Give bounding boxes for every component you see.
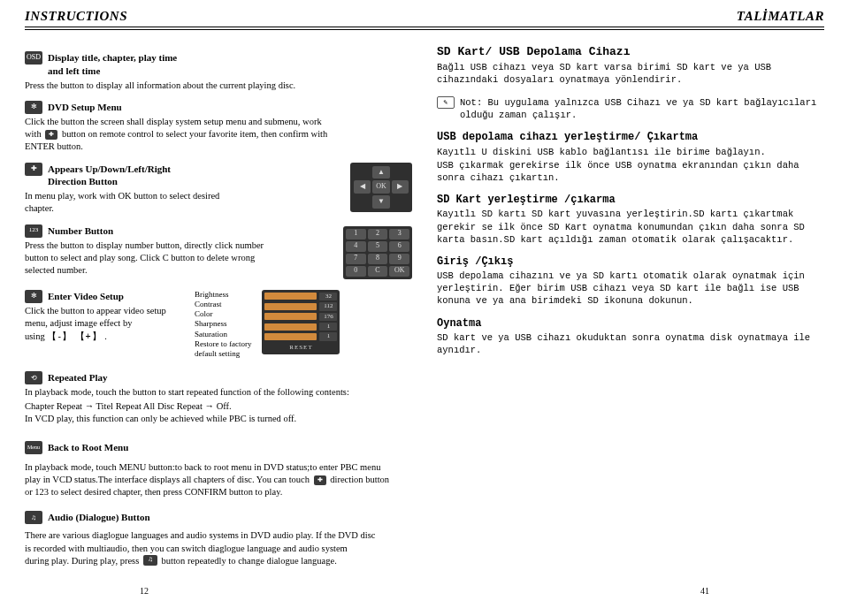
osd-icon: OSD [25,51,42,65]
audio-l1: There are various diaglogue languages an… [25,530,375,540]
num-body: Press the button to display number butto… [25,240,272,278]
arrow-icon: → [205,400,215,411]
numkey: 6 [389,241,409,252]
key-left: ◀ [354,180,371,194]
r-h3: SD Kart yerleştirme /çıkarma [437,193,824,207]
video-setup-icon: ✻ [25,290,42,303]
numkey: C [368,266,388,277]
val-sharpness: 1 [319,323,337,331]
repeat-icon: ⟲ [25,371,42,384]
dir-title-2: Direction Button [48,175,171,188]
r-note: Not: Bu uygulama yalnızca USB Cihazı ve … [460,96,824,121]
setup-title: DVD Setup Menu [48,101,122,114]
numkey: 2 [368,229,388,240]
r-h2: USB depolama cihazı yerleştirme/ Çıkartm… [437,130,824,144]
video-labels: Brightness Contrast Color Sharpness Satu… [195,290,251,360]
bracket-minus: 【-】 [47,331,73,341]
audio-title: Audio (Dialogue) Button [48,511,150,524]
page-right: 41 [700,585,709,597]
arrow-icon: → [85,400,95,411]
video-panel: 32 112 176 1 1 RESET [262,290,340,355]
audio-icon: ♫ [25,511,42,524]
video-body-2b: . [104,331,107,341]
key-up: ▲ [372,166,389,179]
rule-1 [25,27,824,27]
lbl-saturation: Saturation [195,330,251,339]
numkey: 4 [346,241,366,252]
r-p5: SD kart ve ya USB cihazı okuduktan sonra… [437,331,824,356]
lbl-sharpness: Sharpness [195,319,251,329]
direction-icon-inline [45,130,57,140]
numkey: 8 [368,254,388,264]
menu-icon: Menu [25,441,42,454]
osd-title-2: and left time [48,65,177,78]
numkey: 5 [368,241,388,252]
repeat-l1: In playback mode, touch the button to st… [25,387,349,397]
osd-title-1: Display title, chapter, play time [48,51,177,65]
r-p1: Bağlı USB cihazı veya SD kart varsa biri… [437,61,824,86]
header-right: TALİMATLAR [737,7,824,25]
rootmenu-l2b: direction button [330,475,389,484]
audio-l2: is recorded with multiaudio, then you ca… [25,544,348,553]
r-h5: Oynatma [437,316,824,331]
reset-label: RESET [264,344,337,352]
numkey: 9 [389,254,409,264]
val-contrast: 112 [319,302,337,310]
lbl-restore-2: default setting [195,349,251,359]
numkey: 7 [346,254,366,264]
numkey: 3 [389,229,409,240]
r-h1: SD Kart/ USB Depolama Cihazı [437,44,824,60]
setup-body-3: ENTER button. [25,141,83,151]
r-p2b: USB çıkarmak gerekirse ilk önce USB oyna… [437,159,824,184]
number-icon: 123 [25,224,42,238]
page-left: 12 [140,585,149,597]
lbl-brightness: Brightness [195,290,251,300]
val-brightness: 32 [319,293,337,300]
audio-icon-inline: ♫ [143,555,157,566]
video-title: Enter Video Setup [48,290,124,303]
numkey: OK [389,266,409,277]
direction-pad: ▲ ◀OK▶ ▼ [350,163,412,212]
rootmenu-l2a: play in VCD status.The interface display… [25,475,312,484]
osd-body: Press the button to display all informat… [25,80,412,92]
rootmenu-l3: or 123 to select desired chapter, then p… [25,487,282,497]
r-h4: Giriş /Çıkış [437,255,824,269]
video-body-1: Click the button to appear video setup m… [25,306,166,328]
repeat-title: Repeated Play [48,371,108,384]
direction-icon: ✚ [25,163,42,176]
numkey: 0 [346,266,366,277]
repeat-l2b: Titel Repeat All Disc Repeat [96,401,205,411]
rootmenu-title: Back to Root Menu [48,441,128,454]
repeat-l2a: Chapter Repeat [25,401,85,411]
rule-2 [25,29,824,30]
dir-title-1: Appears Up/Down/Left/Right [48,163,171,176]
val-saturation: 1 [319,332,337,340]
repeat-l2c: Off. [217,401,232,411]
key-down: ▼ [372,195,389,209]
num-title: Number Button [48,224,113,238]
setup-body-1: Click the button the screen shall displa… [25,117,322,126]
setup-body-2b: button on remote control to select your … [62,129,327,139]
header-left: INSTRUCTIONS [25,7,127,25]
lbl-contrast: Contrast [195,300,251,309]
r-p3: Kayıtlı SD kartı SD kart yuvasına yerleş… [437,208,824,246]
r-p2a: Kayıtlı U diskini USB kablo bağlantısı i… [437,146,824,158]
gear-icon: ✻ [25,101,42,114]
number-pad: 123 456 789 0COK [343,226,412,279]
audio-l3a: during play. During play, press [25,556,142,566]
lbl-color: Color [195,309,251,319]
repeat-l3: In VCD play, this function can only be a… [25,414,296,423]
val-color: 176 [319,313,337,321]
audio-l3b: button repeatedly to change dialogue lan… [162,556,337,566]
direction-icon-inline [314,475,326,485]
r-p4: USB depolama cihazını ve ya SD kartı oto… [437,270,824,308]
numkey: 1 [346,229,366,240]
key-right: ▶ [392,180,409,194]
dir-body: In menu play, work with OK button to sel… [25,190,237,215]
setup-body-2a: with [25,129,43,139]
bracket-plus: 【+】 [75,331,103,341]
video-body-2a: using [25,331,45,341]
lbl-restore-1: Restore to factory [195,339,251,349]
note-icon: ✎ [437,96,455,109]
rootmenu-l1: In playback mode, touch MENU button:to b… [25,462,380,472]
